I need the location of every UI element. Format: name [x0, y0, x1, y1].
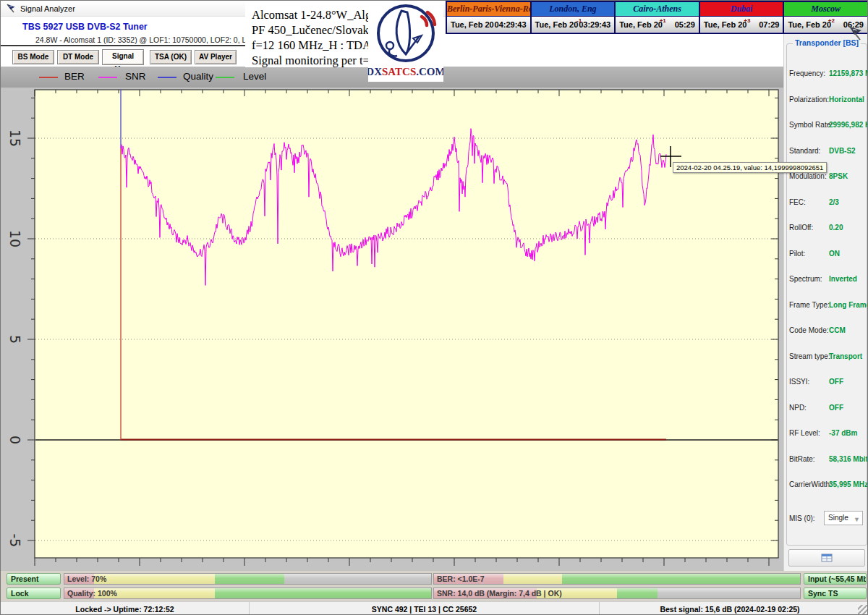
y-tick-label: 10	[7, 230, 23, 247]
mini-flag-icon	[847, 25, 863, 41]
transponder-row-label: Frequency:	[789, 69, 825, 77]
clock-city: Moscow	[784, 2, 867, 17]
chart-tooltip: 2024-02-20 04.25.19, value: 14,199999809…	[673, 162, 827, 173]
legend-line-quality	[158, 77, 176, 78]
transponder-row-value: Horizontal	[829, 96, 864, 103]
clock-utc-offset: +2	[828, 17, 835, 24]
transponder-row-value: 12159,873 MHz	[829, 69, 868, 77]
mis-dropdown[interactable]: Single ▼	[824, 511, 863, 525]
clock-utc-offset: -1	[576, 17, 582, 24]
ber-progressbar: BER: <1.0E-7	[433, 573, 801, 585]
transponder-row-label: ISSYI:	[789, 378, 809, 386]
snr-chart[interactable]: 15 10 5 0 -5	[1, 88, 783, 571]
clock-utc-offset: +3	[744, 17, 750, 24]
transponder-row-label: RF Level:	[789, 429, 820, 437]
chevron-down-icon: ▼	[854, 513, 860, 526]
clock-city: London, Eng	[532, 2, 615, 17]
transponder-row-label: Symbol Rate:	[789, 121, 833, 129]
transponder-row-value: CCM	[829, 326, 846, 334]
transponder-row-label: CarrierWidth:	[789, 480, 832, 488]
clock-time: 04:29:43	[495, 20, 527, 29]
transponder-row-label: Standard:	[789, 147, 820, 155]
clock-date: Tue, Feb 20	[535, 20, 579, 29]
clock-date: Tue, Feb 20	[704, 20, 747, 29]
clock-time-row: Tue, Feb 20 +1 05:29	[616, 17, 699, 32]
legend-line-ber	[39, 77, 58, 78]
transponder-row-label: Code Mode:	[789, 326, 828, 334]
tab-dt-mode[interactable]: DT Mode	[57, 50, 99, 64]
clock-time-row: Tue, Feb 20 +3 07:29	[700, 17, 783, 32]
status-best-signal: Best signal: 15,6 dB (2024-02-19 02:25)	[599, 602, 860, 615]
status-uptime: Locked -> Uptime: 72:12:52	[1, 602, 249, 615]
present-badge: Present	[7, 573, 61, 585]
transponder-row-value: 2/3	[829, 198, 839, 206]
input-badge: Input (~55,45 Mbps)	[804, 573, 867, 585]
logo-text-dx: DX	[368, 66, 382, 77]
dxsatcs-logo: DXSATCS.COM	[368, 1, 443, 82]
ber-label: BER: <1.0E-7	[437, 574, 485, 583]
legend-label-snr: SNR	[125, 71, 146, 82]
transponder-row-value: 0.20	[829, 224, 843, 232]
transponder-row-value: -37 dBm	[829, 429, 857, 437]
status-sync-counts: SYNC 492 | TEI 13 | CC 25652	[249, 602, 599, 615]
status-bar: Locked -> Uptime: 72:12:52 SYNC 492 | TE…	[1, 601, 868, 615]
clock-time: 07:29	[759, 20, 779, 29]
quality-label: Quality: 100%	[67, 589, 117, 598]
signal-chart-area[interactable]: 15 10 5 0 -5	[1, 88, 783, 571]
clock-utc-offset: +1	[660, 17, 666, 24]
clock-time-row: Tue, Feb 20 04:29:43	[447, 17, 530, 32]
table-icon	[821, 554, 833, 562]
transport-stream-button[interactable]	[788, 549, 865, 567]
resize-grip[interactable]	[858, 605, 868, 615]
snr-progressbar: SNR: 14,0 dB (Margin: 7,4 dB | OK)	[433, 588, 801, 599]
tuner-details: 24.8W - Alcomsat 1 (ID: 3352) @ LOF1: 10…	[35, 35, 277, 44]
logo-text-com: .COM	[416, 66, 443, 77]
transponder-row-value: DVB-S2	[829, 147, 856, 155]
tuner-name: TBS 5927 USB DVB-S2 Tuner	[22, 22, 148, 32]
app-flag-icon	[6, 4, 16, 14]
level-progressbar: Level: 70%	[64, 573, 432, 585]
transponder-row-value: Transport	[829, 352, 862, 360]
header-divider	[1, 45, 246, 46]
tab-tsa[interactable]: TSA (OK)	[150, 50, 192, 64]
transponder-row-value: ON	[829, 250, 840, 258]
clock-time: 03:29:43	[579, 20, 610, 29]
level-label: Level: 70%	[67, 574, 106, 583]
legend-line-snr	[98, 77, 117, 78]
signal-analyzer-window: { "window": { "title": "Signal Analyzer"…	[0, 0, 868, 615]
transponder-row-label: FEC:	[789, 198, 806, 206]
clock-city: Berlin-Paris-Vienna-Roma	[447, 2, 530, 17]
y-tick-label: 0	[7, 436, 23, 444]
transponder-row-label: Polarization:	[789, 96, 829, 103]
legend-label-quality: Quality	[183, 71, 213, 82]
tab-signal-mon[interactable]: Signal Mon.	[102, 49, 144, 65]
world-clock-panel: Berlin-Paris-Vienna-Roma Tue, Feb 20 04:…	[446, 1, 868, 34]
clock: Berlin-Paris-Vienna-Roma Tue, Feb 20 04:…	[447, 2, 532, 33]
svg-text:DXSATCS.COM: DXSATCS.COM	[368, 66, 443, 77]
clock-time-row: Tue, Feb 20 -1 03:29:43	[532, 17, 615, 32]
transponder-row-label: BitRate:	[789, 455, 815, 463]
plot-background[interactable]	[35, 90, 778, 558]
y-tick-label: 15	[7, 130, 23, 147]
indicator-bar-area: Present Lock Level: 70% Quality: 100% BE…	[1, 571, 868, 601]
transponder-row-label: Frame Type:	[789, 301, 830, 309]
transponder-row-label: Modulation:	[789, 172, 827, 180]
window-title: Signal Analyzer	[20, 4, 75, 13]
legend-label-level: Level	[243, 71, 266, 82]
transponder-row-value: OFF	[829, 378, 843, 386]
mis-selected-value: Single	[828, 514, 848, 522]
legend-label-ber: BER	[64, 71, 85, 82]
transponder-row-label: NPD:	[789, 404, 807, 412]
y-tick-label: 5	[7, 335, 23, 344]
logo-text-satcs: SATCS	[382, 66, 416, 77]
transponder-row-value: 8PSK	[829, 172, 848, 180]
transponder-row-value: 35,995 MHz	[829, 480, 868, 488]
tab-av-player[interactable]: AV Player	[195, 50, 237, 64]
transponder-row-label: Pilot:	[789, 250, 805, 258]
clock: Cairo-Athens Tue, Feb 20 +1 05:29	[616, 2, 700, 33]
transponder-row-label: RollOff:	[789, 224, 813, 232]
clock: London, Eng Tue, Feb 20 -1 03:29:43	[532, 2, 616, 33]
snr-label: SNR: 14,0 dB (Margin: 7,4 dB | OK)	[437, 589, 562, 598]
transponder-groupbox: Transponder [BS]	[786, 43, 867, 546]
tab-bs-mode[interactable]: BS Mode	[12, 50, 54, 64]
